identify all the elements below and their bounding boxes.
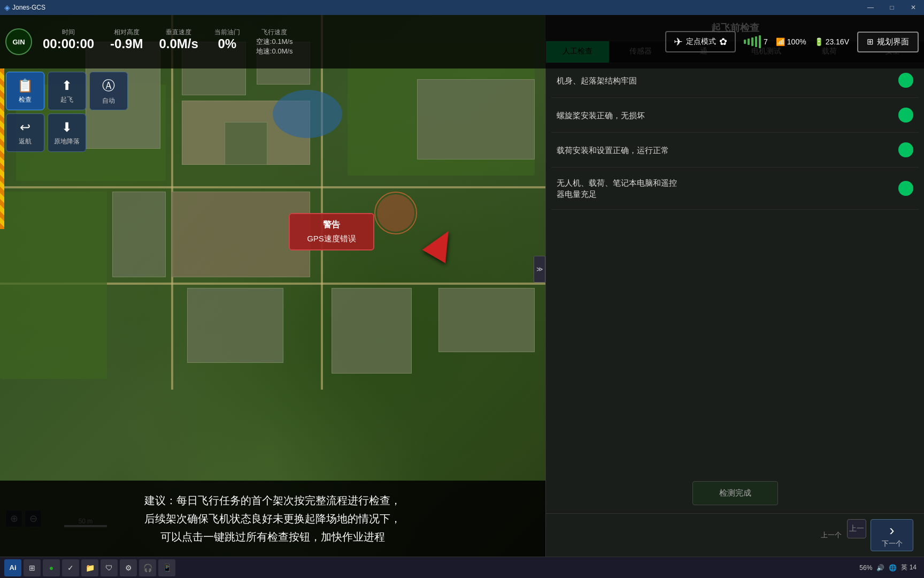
- hud-metrics: 时间 00:00:00 相对高度 -0.9M 垂直速度 0.0M/s 当前油门 …: [43, 28, 665, 56]
- takeoff-btn[interactable]: ⬆ 起飞: [48, 72, 86, 110]
- fspeed-metric: 飞行速度 空速:0.1M/s 地速:0.0M/s: [256, 28, 293, 56]
- plan-label: 规划界面: [877, 37, 909, 47]
- building: [225, 122, 267, 165]
- mode-label: 定点模式: [686, 37, 716, 47]
- taskbar-right: 56% 🔊 🌐 英 14: [859, 563, 921, 572]
- takeoff-icon: ⬆: [61, 78, 72, 93]
- logo: GIN: [5, 28, 32, 55]
- panel-nav: 上一个 上一 › 下一个: [546, 513, 924, 557]
- taskbar-grid[interactable]: ⊞: [24, 559, 41, 576]
- road: [321, 15, 323, 390]
- plan-icon: ⊞: [867, 37, 874, 47]
- check-btn[interactable]: 📋 检查: [6, 72, 44, 110]
- right-panel: 起飞前检查 人工检查 传感器 通 电机测试 载荷 安全 机身、起落架结构牢固 螺…: [545, 15, 924, 557]
- close-btn[interactable]: ✕: [903, 0, 924, 15]
- gps-bar3: [751, 37, 753, 46]
- auto-btn[interactable]: Ⓐ 自动: [89, 72, 128, 110]
- gps-count: 7: [764, 37, 768, 46]
- auto-label: 自动: [102, 96, 115, 105]
- taskbar-check[interactable]: ✓: [62, 559, 79, 576]
- logo-circle: GIN: [5, 28, 32, 55]
- complete-btn[interactable]: 检测完成: [692, 481, 778, 505]
- building: [438, 288, 535, 352]
- item-4-text: 无人机、载荷、笔记本电脑和遥控器电量充足: [557, 177, 893, 200]
- checklist-item-2: 螺旋桨安装正确，无损坏: [551, 98, 919, 133]
- plan-button[interactable]: ⊞ 规划界面: [857, 32, 919, 52]
- prev-btn[interactable]: 上一: [847, 519, 866, 538]
- land-icon: ⬇: [61, 120, 72, 135]
- checklist-item-4: 无人机、载荷、笔记本电脑和遥控器电量充足: [551, 168, 919, 210]
- caption-line2: 后续架次确保飞机状态良好未更换起降场地的情况下，: [21, 509, 524, 528]
- auto-icon: Ⓐ: [102, 77, 115, 94]
- building: [187, 288, 283, 363]
- hud-bar: GIN 时间 00:00:00 相对高度 -0.9M 垂直速度 0.0M/s 当…: [0, 15, 924, 69]
- item-3-text: 载荷安装和设置正确，运行正常: [557, 144, 893, 156]
- building: [112, 192, 166, 277]
- next-btn[interactable]: › 下一个: [871, 519, 913, 551]
- taskbar-dev[interactable]: 🎧: [139, 559, 156, 576]
- maximize-btn[interactable]: □: [881, 0, 903, 15]
- next-arrow: ›: [889, 522, 894, 539]
- throttle-value: 0%: [218, 37, 236, 51]
- drone-icon: ✈: [674, 35, 683, 48]
- takeoff-label: 起飞: [60, 95, 73, 104]
- battery-area: 🔋 23.16V: [814, 37, 849, 46]
- check-icon: 📋: [17, 78, 33, 93]
- gps-bar4: [755, 36, 757, 47]
- vspeed-metric: 垂直速度 0.0M/s: [159, 28, 198, 56]
- control-row-1: 📋 检查 ⬆ 起飞 Ⓐ 自动: [6, 72, 128, 110]
- time-value: 00:00:00: [43, 37, 94, 51]
- taskbar-circle[interactable]: ●: [43, 559, 60, 576]
- taskbar-settings[interactable]: ⚙: [120, 559, 137, 576]
- gps-bar1: [744, 40, 746, 44]
- vspeed-label: 垂直速度: [166, 28, 191, 37]
- caption-line1: 建议：每日飞行任务的首个架次按完整流程进行检查，: [21, 491, 524, 509]
- item-2-text: 螺旋桨安装正确，无损坏: [557, 110, 893, 121]
- taskbar-sound-icon: 🔊: [876, 564, 884, 572]
- taskbar-folder[interactable]: 📁: [81, 559, 98, 576]
- flight-mode-btn[interactable]: ✈ 定点模式 ✿: [665, 31, 736, 52]
- time-label: 时间: [62, 28, 75, 37]
- height-label: 相对高度: [114, 28, 140, 37]
- prev-step: 上一个: [821, 519, 842, 551]
- building: [332, 288, 412, 374]
- check-circle-1[interactable]: [898, 73, 913, 88]
- check-label: 检查: [19, 95, 32, 104]
- court-fill: [377, 194, 414, 232]
- battery-icon: 🔋: [814, 37, 823, 46]
- signal-area: 📶 100%: [776, 37, 806, 46]
- item-1-text: 机身、起落架结构牢固: [557, 75, 893, 86]
- water-feature: [273, 90, 342, 138]
- taskbar-time: 英 14: [901, 563, 917, 572]
- app-title: Jones-GCS: [12, 4, 45, 11]
- return-label: 返航: [19, 137, 32, 146]
- propeller-icon: ✿: [719, 36, 727, 48]
- check-circle-2[interactable]: [898, 108, 913, 123]
- hud-right: ✈ 定点模式 ✿ 7 📶 100% 🔋 23.16V ⊞ 规划界面: [665, 31, 919, 52]
- green-area: [0, 192, 107, 379]
- check-circle-4[interactable]: [898, 181, 913, 196]
- checklist-item-3: 载荷安装和设置正确，运行正常: [551, 133, 919, 168]
- taskbar-ai[interactable]: Ai: [4, 559, 21, 576]
- height-metric: 相对高度 -0.9M: [110, 28, 143, 56]
- taskbar-battery: 56%: [859, 564, 872, 572]
- check-circle-3[interactable]: [898, 142, 913, 157]
- gps-bar5: [759, 35, 761, 48]
- throttle-label: 当前油门: [214, 28, 240, 37]
- return-btn[interactable]: ↩ 返航: [6, 113, 44, 152]
- fspeed-ground: 地速:0.0M/s: [256, 47, 293, 56]
- bottom-caption: 建议：每日飞行任务的首个架次按完整流程进行检查， 后续架次确保飞机状态良好未更换…: [0, 481, 545, 557]
- taskbar-shield[interactable]: 🛡: [101, 559, 118, 576]
- gps-bar2: [748, 39, 750, 45]
- alert-body: GPS速度错误: [301, 234, 363, 244]
- taskbar: Ai ⊞ ● ✓ 📁 🛡 ⚙ 🎧 📱 56% 🔊 🌐 英 14: [0, 557, 924, 578]
- map-expand-btn[interactable]: ≫: [534, 256, 545, 283]
- taskbar-app[interactable]: 📱: [158, 559, 175, 576]
- minimize-btn[interactable]: —: [860, 0, 881, 15]
- titlebar: ◈ Jones-GCS — □ ✕: [0, 0, 924, 15]
- control-row-2: ↩ 返航 ⬇ 原地降落: [6, 113, 128, 152]
- taskbar-network-icon: 🌐: [889, 564, 897, 572]
- land-btn[interactable]: ⬇ 原地降落: [48, 113, 86, 152]
- control-panel: 📋 检查 ⬆ 起飞 Ⓐ 自动 ↩ 返航 ⬇ 原地降落: [3, 69, 131, 155]
- caption-line3: 可以点击一键跳过所有检查按钮，加快作业进程: [21, 528, 524, 546]
